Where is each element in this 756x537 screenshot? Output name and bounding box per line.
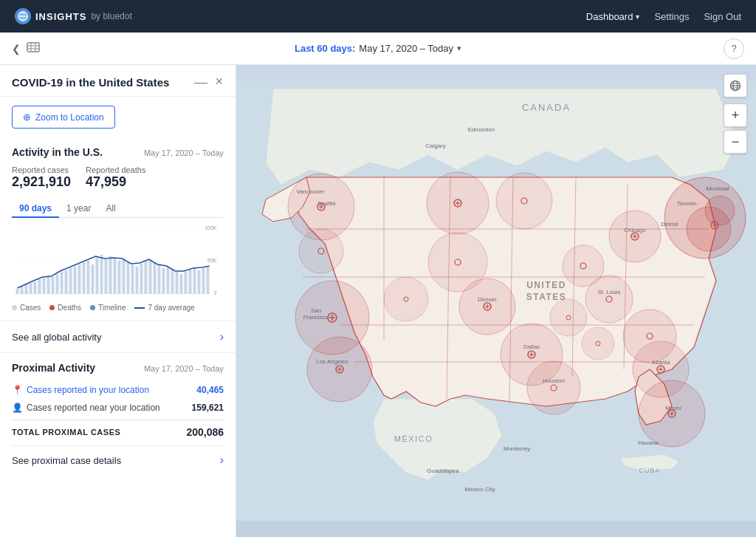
main-content: COVID-19 in the United States — ✕ ⊕ Zoom… — [0, 65, 756, 537]
svg-rect-15 — [16, 289, 19, 294]
svg-rect-17 — [25, 284, 28, 294]
proximal-nearby-value: 159,621 — [192, 403, 224, 413]
svg-rect-54 — [189, 270, 192, 294]
svg-rect-22 — [47, 276, 50, 294]
svg-rect-16 — [21, 287, 24, 294]
target-icon: ⊕ — [23, 112, 31, 123]
svg-rect-52 — [180, 274, 183, 294]
svg-text:Dallas: Dallas — [523, 343, 540, 350]
app-header: INSIGHTS by bluedot Dashboard ▾ Settings… — [0, 0, 756, 33]
proximal-location-value: 40,465 — [196, 385, 224, 395]
svg-rect-47 — [158, 265, 161, 294]
cases-stat: Reported cases 2,921,910 — [12, 165, 71, 190]
svg-point-82 — [496, 173, 552, 229]
deaths-label: Reported deaths — [86, 165, 145, 174]
svg-text:Houston: Houston — [543, 377, 565, 384]
see-proximal-details[interactable]: See proximal case details › — [12, 445, 224, 470]
svg-rect-43 — [140, 264, 143, 294]
zoom-in-button[interactable]: + — [724, 103, 747, 127]
chart-legend: Cases Deaths Timeline 7 day average — [12, 304, 224, 312]
logo-icon — [15, 8, 31, 24]
zoom-to-location-button[interactable]: ⊕ Zoom to Location — [12, 106, 115, 129]
svg-point-124 — [705, 196, 735, 225]
activity-header: Activity in the U.S. May 17, 2020 – Toda… — [12, 146, 224, 158]
tab-1year[interactable]: 1 year — [59, 200, 98, 218]
svg-rect-37 — [114, 258, 117, 294]
nav-dashboard[interactable]: Dashboard ▾ — [586, 11, 640, 22]
map-container[interactable]: CANADA UNITED STATES MÉXICO CUBA Edmonto… — [236, 65, 756, 537]
cases-dot — [12, 305, 17, 310]
stats-row: Reported cases 2,921,910 Reported deaths… — [12, 165, 224, 190]
svg-text:Vancouver: Vancouver — [296, 188, 324, 195]
see-all-global-activity[interactable]: See all global activity › — [0, 321, 236, 353]
nav-settings[interactable]: Settings — [654, 11, 689, 22]
date-range-label: Last 60 days: — [295, 43, 355, 54]
cases-value: 2,921,910 — [12, 174, 71, 190]
proximal-nearby-row: 👤 Cases reported near your location 159,… — [12, 399, 224, 417]
proximal-location-label[interactable]: 📍 Cases reported in your location — [12, 385, 149, 395]
svg-text:Atlanta: Atlanta — [652, 359, 670, 366]
tab-90days[interactable]: 90 days — [12, 200, 59, 218]
back-icon[interactable]: ❮ — [12, 43, 21, 55]
svg-text:Calgary: Calgary — [425, 143, 446, 149]
svg-point-132 — [384, 277, 428, 321]
date-range-chevron: ▾ — [457, 44, 461, 53]
globe-button[interactable] — [724, 74, 747, 98]
svg-rect-57 — [202, 268, 205, 294]
panel-title: COVID-19 in the United States — [12, 76, 169, 89]
svg-text:UNITED: UNITED — [526, 280, 566, 290]
activity-date: May 17, 2020 – Today — [144, 148, 224, 157]
total-label: TOTAL PROXIMAL CASES — [12, 428, 120, 437]
svg-text:St. Louis: St. Louis — [597, 289, 620, 295]
svg-rect-40 — [127, 262, 130, 294]
svg-rect-20 — [38, 279, 41, 294]
svg-rect-55 — [193, 268, 196, 294]
svg-rect-32 — [92, 264, 94, 294]
svg-text:Toronto: Toronto — [677, 200, 697, 207]
svg-point-76 — [299, 229, 343, 273]
svg-rect-36 — [109, 256, 112, 294]
tab-all[interactable]: All — [98, 200, 123, 218]
date-range-control[interactable]: Last 60 days: May 17, 2020 – Today ▾ — [295, 43, 461, 54]
sidebar: COVID-19 in the United States — ✕ ⊕ Zoom… — [0, 65, 236, 537]
svg-rect-29 — [78, 264, 81, 294]
svg-text:San: San — [311, 307, 321, 314]
see-all-label: See all global activity — [12, 332, 101, 343]
svg-rect-49 — [167, 267, 170, 294]
svg-text:Edmonton: Edmonton — [468, 126, 495, 133]
nav-signout[interactable]: Sign Out — [704, 11, 741, 22]
deaths-stat: Reported deaths 47,959 — [86, 165, 145, 190]
svg-rect-30 — [83, 262, 86, 294]
date-range-value: May 17, 2020 – Today — [359, 43, 453, 54]
svg-rect-42 — [136, 267, 139, 294]
svg-rect-33 — [96, 257, 99, 294]
svg-text:Los Angeles: Los Angeles — [316, 358, 348, 365]
main-nav: Dashboard ▾ Settings Sign Out — [586, 11, 741, 22]
svg-text:Detroit: Detroit — [661, 221, 678, 228]
svg-rect-28 — [74, 267, 77, 294]
help-button[interactable]: ? — [724, 38, 744, 59]
svg-rect-21 — [43, 278, 46, 294]
svg-text:CANADA: CANADA — [522, 102, 571, 113]
svg-rect-50 — [171, 270, 174, 294]
proximal-location-row: 📍 Cases reported in your location 40,465 — [12, 381, 224, 399]
legend-cases: Cases — [12, 304, 41, 312]
svg-text:Havana: Havana — [638, 439, 659, 446]
svg-rect-4 — [27, 43, 39, 52]
svg-rect-25 — [61, 272, 63, 294]
map-svg: CANADA UNITED STATES MÉXICO CUBA Edmonto… — [236, 65, 756, 537]
minimize-button[interactable]: — — [194, 75, 207, 89]
proximal-nearby-label: 👤 Cases reported near your location — [12, 403, 160, 413]
svg-rect-56 — [198, 270, 201, 294]
zoom-out-button[interactable]: − — [724, 130, 747, 154]
close-button[interactable]: ✕ — [215, 75, 224, 89]
svg-text:MÉXICO: MÉXICO — [394, 434, 433, 443]
toolbar-left: ❮ — [12, 42, 40, 55]
svg-text:Guadalajara: Guadalajara — [427, 468, 459, 474]
activity-chart: 100K 50K 0 — [12, 224, 224, 298]
svg-rect-27 — [69, 268, 72, 294]
total-value: 200,086 — [186, 426, 224, 438]
svg-point-102 — [527, 361, 580, 414]
svg-text:Seattle: Seattle — [317, 200, 336, 207]
svg-rect-34 — [100, 255, 103, 294]
